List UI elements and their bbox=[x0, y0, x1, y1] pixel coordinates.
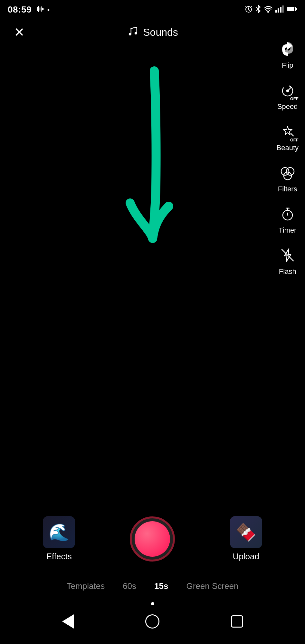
svg-point-20 bbox=[129, 33, 131, 35]
svg-rect-13 bbox=[280, 7, 281, 13]
svg-line-9 bbox=[251, 6, 252, 7]
speed-icon: OFF bbox=[277, 80, 298, 101]
tab-green-screen[interactable]: Green Screen bbox=[185, 579, 240, 594]
close-button[interactable]: ✕ bbox=[10, 23, 28, 41]
flip-button[interactable]: Flip bbox=[277, 39, 298, 70]
svg-rect-12 bbox=[278, 8, 279, 13]
svg-rect-16 bbox=[288, 7, 294, 11]
music-note-icon bbox=[127, 25, 138, 39]
beauty-button[interactable]: OFF Beauty bbox=[277, 121, 299, 152]
timer-label: Timer bbox=[279, 226, 296, 235]
mode-indicator-dot bbox=[151, 602, 154, 605]
back-icon bbox=[62, 614, 74, 629]
top-bar: ✕ Sounds bbox=[0, 18, 305, 46]
gesture-arrow bbox=[104, 64, 201, 259]
svg-rect-11 bbox=[275, 10, 277, 13]
home-icon bbox=[145, 614, 159, 629]
home-button[interactable] bbox=[143, 612, 162, 631]
sounds-label: Sounds bbox=[143, 26, 178, 38]
upload-label: Upload bbox=[233, 552, 259, 562]
speed-off-badge: OFF bbox=[290, 96, 299, 101]
svg-point-28 bbox=[286, 168, 294, 175]
status-icons-left: ● bbox=[35, 5, 50, 14]
svg-text:3: 3 bbox=[290, 210, 291, 214]
alarm-icon bbox=[244, 5, 253, 14]
status-bar: 08:59 ● bbox=[0, 0, 305, 18]
effects-button[interactable]: 🌊 Effects bbox=[43, 516, 75, 562]
bottom-controls: 🌊 Effects 🍫 Upload bbox=[0, 511, 305, 567]
filters-button[interactable]: Filters bbox=[277, 162, 298, 193]
close-icon: ✕ bbox=[14, 26, 25, 39]
upload-thumbnail: 🍫 bbox=[230, 516, 262, 548]
svg-line-26 bbox=[291, 133, 293, 136]
beauty-off-badge: OFF bbox=[290, 138, 299, 142]
flash-label: Flash bbox=[279, 267, 296, 276]
tab-60s[interactable]: 60s bbox=[121, 579, 138, 594]
status-left: 08:59 ● bbox=[8, 5, 50, 15]
wifi-icon bbox=[264, 5, 273, 14]
bluetooth-icon bbox=[255, 5, 261, 14]
svg-point-29 bbox=[284, 172, 291, 180]
svg-point-25 bbox=[287, 90, 289, 92]
timer-icon: 3 bbox=[277, 204, 298, 224]
flash-icon bbox=[277, 245, 298, 265]
status-time: 08:59 bbox=[8, 5, 32, 15]
mode-tabs: Templates 60s 15s Green Screen bbox=[0, 573, 305, 599]
filters-icon bbox=[277, 162, 298, 183]
record-inner bbox=[135, 521, 170, 557]
battery-icon bbox=[287, 6, 297, 13]
flip-label: Flip bbox=[282, 61, 293, 70]
timer-button[interactable]: 3 Timer bbox=[277, 204, 298, 235]
back-button[interactable] bbox=[58, 612, 78, 631]
svg-rect-14 bbox=[282, 5, 284, 13]
nav-bar bbox=[0, 605, 305, 638]
speed-button[interactable]: OFF Speed bbox=[277, 80, 298, 111]
dot-icon: ● bbox=[47, 7, 50, 12]
svg-line-22 bbox=[131, 27, 137, 28]
waveform-icon bbox=[35, 5, 44, 14]
recents-icon bbox=[231, 615, 243, 628]
beauty-icon: OFF bbox=[277, 121, 298, 142]
recents-button[interactable] bbox=[227, 612, 247, 631]
flash-button[interactable]: Flash bbox=[277, 245, 298, 276]
filters-label: Filters bbox=[278, 185, 297, 193]
upload-button[interactable]: 🍫 Upload bbox=[230, 516, 262, 562]
record-button[interactable] bbox=[130, 516, 175, 562]
signal-icon bbox=[275, 5, 284, 14]
speed-label: Speed bbox=[277, 102, 298, 111]
right-toolbar: Flip OFF Speed OFF Beauty bbox=[277, 39, 299, 276]
status-right bbox=[244, 5, 297, 14]
tab-templates[interactable]: Templates bbox=[65, 579, 106, 594]
beauty-label: Beauty bbox=[277, 144, 299, 152]
svg-line-8 bbox=[246, 6, 247, 7]
svg-point-10 bbox=[268, 11, 269, 13]
flip-icon bbox=[277, 39, 298, 59]
tab-15s[interactable]: 15s bbox=[153, 579, 169, 594]
effects-label: Effects bbox=[46, 552, 72, 562]
svg-point-21 bbox=[134, 32, 137, 34]
sounds-title: Sounds bbox=[127, 25, 178, 39]
effects-thumbnail: 🌊 bbox=[43, 516, 75, 548]
